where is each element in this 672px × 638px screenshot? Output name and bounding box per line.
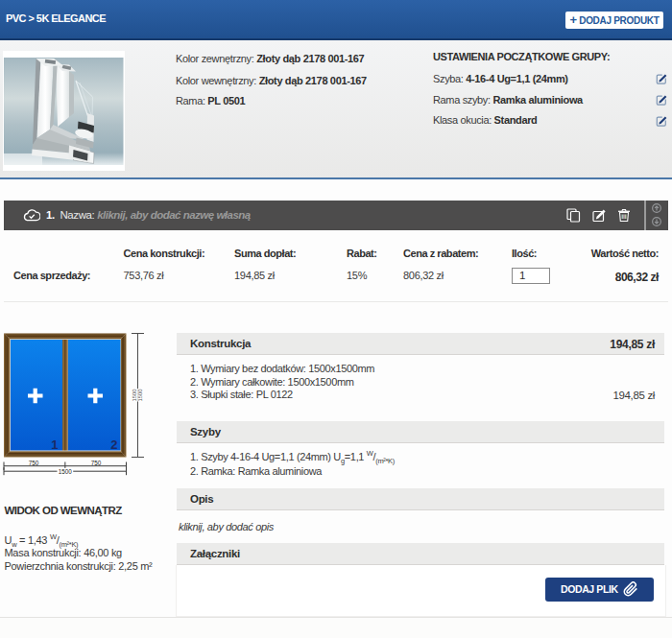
svg-text:750: 750 bbox=[29, 460, 39, 466]
svg-text:750: 750 bbox=[91, 460, 102, 466]
svg-text:1: 1 bbox=[51, 437, 58, 452]
svg-text:1500: 1500 bbox=[137, 390, 143, 402]
svg-text:1500: 1500 bbox=[59, 468, 73, 475]
svg-text:2: 2 bbox=[110, 437, 117, 452]
